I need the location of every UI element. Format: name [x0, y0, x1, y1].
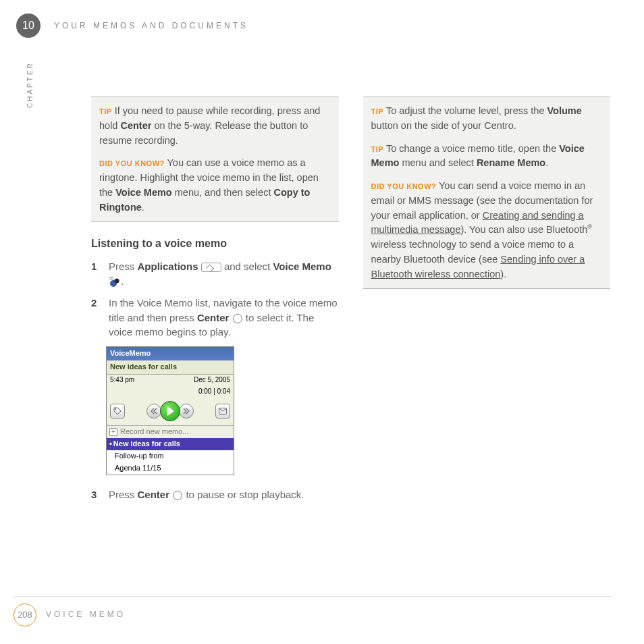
app-time: 5:43 pm — [110, 375, 134, 385]
step-text: . — [121, 275, 124, 287]
step-text: Press — [109, 261, 138, 272]
skip-forward-icon — [179, 404, 194, 419]
tip-bold: Rename Memo — [477, 157, 545, 168]
memo-list-item: Follow-up from — [107, 450, 234, 462]
step-number: 1 — [91, 259, 109, 289]
record-new-memo-row: + Record new memo... — [107, 426, 234, 438]
steps-list: 1 Press Applications and select Voice Me… — [91, 259, 339, 340]
voice-memo-icon — [109, 277, 121, 288]
step-text: Press — [109, 489, 138, 500]
skip-back-icon — [146, 404, 161, 419]
memo-list: + Record new memo... New ideas for calls… — [107, 426, 234, 475]
tip-text: To adjust the volume level, press the — [386, 105, 547, 116]
app-elapsed: 0:00 — [198, 387, 211, 395]
step-2: 2 In the Voice Memo list, navigate to th… — [91, 296, 339, 340]
step-3: 3 Press Center to pause or stop playback… — [91, 487, 339, 502]
tip-text: . — [545, 157, 548, 168]
steps-list-continued: 3 Press Center to pause or stop playback… — [91, 487, 339, 502]
step-number: 2 — [91, 296, 109, 340]
tip-label: TIP — [371, 107, 384, 115]
page-number: 208 — [14, 603, 36, 626]
record-label: Record new memo... — [120, 427, 188, 437]
chapter-number-badge: 10 — [16, 14, 41, 38]
app-controls — [107, 397, 234, 426]
section-heading: Listening to a voice memo — [91, 236, 339, 251]
tip-text: To change a voice memo title, open the — [386, 143, 559, 154]
chapter-title: YOUR MEMOS AND DOCUMENTS — [54, 20, 248, 32]
center-button-icon — [233, 314, 242, 323]
dyk-text: ). You can also use Bluetooth — [460, 224, 587, 235]
app-total: 0:04 — [217, 387, 230, 395]
svg-point-2 — [115, 408, 116, 410]
step-bold: Applications — [138, 261, 198, 272]
memo-list-item: Agenda 11/15 — [107, 462, 234, 475]
plus-icon: + — [109, 428, 117, 436]
left-column: TIP If you need to pause while recording… — [91, 97, 339, 509]
step-bold: Voice Memo — [273, 261, 331, 272]
applications-icon — [201, 263, 221, 272]
tip-label: TIP — [99, 107, 112, 115]
mail-icon — [215, 404, 230, 419]
play-button-icon — [160, 401, 180, 421]
step-bold: Center — [197, 312, 230, 323]
step-1: 1 Press Applications and select Voice Me… — [91, 259, 339, 289]
app-titlebar: VoiceMemo — [107, 347, 234, 360]
chapter-side-label: CHAPTER — [26, 61, 36, 108]
step-number: 3 — [91, 487, 109, 502]
voicememo-app-screenshot: VoiceMemo New ideas for calls 5:43 pm De… — [106, 346, 234, 475]
did-you-know-label: DID YOU KNOW? — [99, 159, 165, 167]
dyk-text: ). — [500, 269, 506, 279]
step-text: and select — [224, 261, 273, 272]
did-you-know-label: DID YOU KNOW? — [371, 182, 437, 190]
center-button-icon — [173, 491, 182, 500]
registered-mark: ® — [587, 223, 592, 230]
footer-rule — [14, 596, 612, 597]
tip-text: button on the side of your Centro. — [371, 120, 516, 131]
tip-label: TIP — [371, 145, 384, 153]
left-tip-box: TIP If you need to pause while recording… — [91, 97, 339, 222]
tip-bold: Center — [120, 120, 151, 131]
step-bold: Center — [138, 489, 170, 500]
right-tip-box: TIP To adjust the volume level, press th… — [363, 97, 611, 289]
page-footer: 208 VOICE MEMO — [14, 603, 126, 626]
tag-icon — [110, 404, 125, 419]
right-column: TIP To adjust the volume level, press th… — [363, 97, 611, 509]
memo-list-selected: New ideas for calls — [107, 438, 234, 450]
footer-section-label: VOICE MEMO — [46, 609, 126, 620]
tip-bold: Volume — [547, 105, 581, 116]
step-text: to pause or stop playback. — [186, 489, 304, 500]
app-date: Dec 5, 2005 — [194, 375, 230, 385]
svg-point-1 — [115, 279, 119, 284]
dyk-text: menu, and then select — [172, 187, 274, 198]
app-current-memo-title: New ideas for calls — [107, 360, 234, 375]
dyk-bold: Voice Memo — [115, 187, 172, 198]
dyk-text: . — [142, 202, 144, 213]
tip-text: menu and select — [399, 157, 476, 168]
